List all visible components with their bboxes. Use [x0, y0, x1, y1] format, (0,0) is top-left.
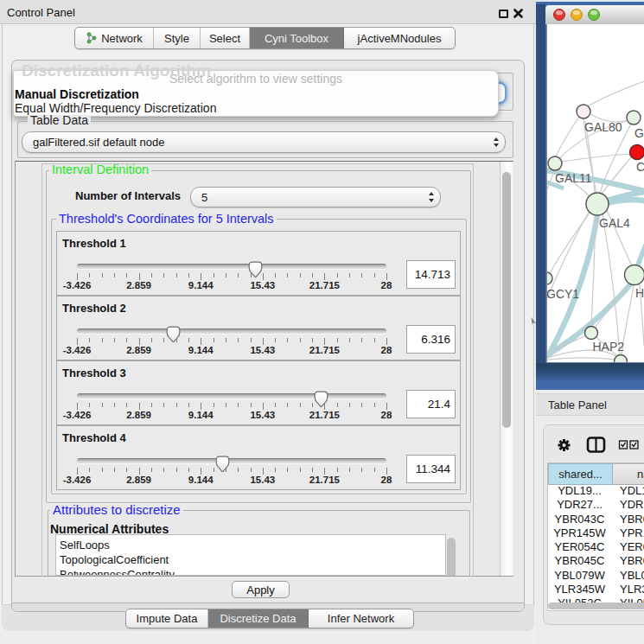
- svg-text:GAL4: GAL4: [599, 216, 630, 230]
- svg-text:GAL11: GAL11: [555, 171, 592, 185]
- svg-text:HAP2: HAP2: [593, 340, 625, 354]
- svg-text:GCY1: GCY1: [546, 287, 579, 301]
- svg-text:H: H: [635, 286, 644, 300]
- svg-text:GA: GA: [634, 126, 644, 140]
- svg-text:C: C: [636, 160, 644, 174]
- svg-text:GAL80: GAL80: [584, 120, 622, 134]
